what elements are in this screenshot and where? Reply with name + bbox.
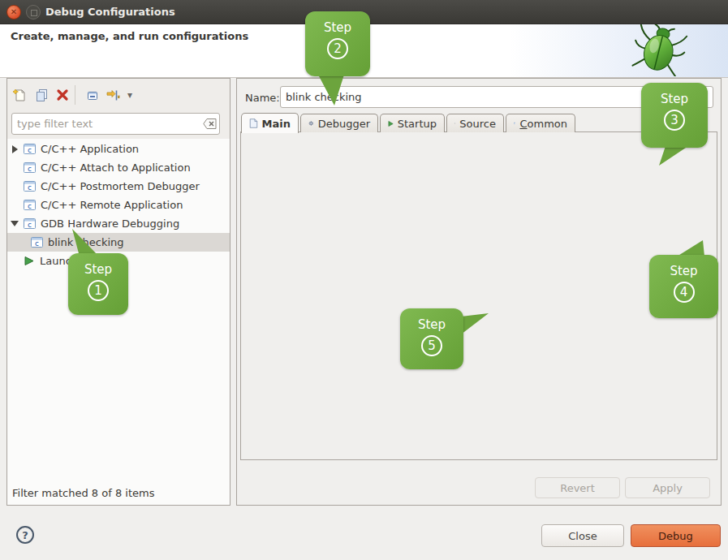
- delete-configuration-button[interactable]: [54, 86, 71, 104]
- tree-item-cpp-postmortem[interactable]: c C/C++ Postmortem Debugger: [7, 177, 230, 196]
- c-app-icon: c: [24, 181, 36, 192]
- svg-text:c: c: [28, 202, 32, 210]
- beetle-icon: [630, 24, 688, 76]
- tree-item-blink-checking[interactable]: c blink checking: [7, 233, 230, 252]
- clear-filter-icon[interactable]: [203, 118, 218, 130]
- debug-button[interactable]: Debug: [631, 524, 721, 547]
- name-label: Name:: [245, 92, 280, 104]
- tree-item-cpp-remote[interactable]: c C/C++ Remote Application: [7, 196, 230, 214]
- collapse-all-button[interactable]: [83, 86, 101, 104]
- window-title: Debug Configurations: [45, 6, 175, 18]
- c-app-icon: c: [24, 218, 36, 229]
- svg-text:c: c: [28, 183, 32, 192]
- toolbar-menu-button[interactable]: ▾: [123, 86, 136, 104]
- window-icon: [514, 118, 515, 128]
- filter-status-text: Filter matched 8 of 8 items: [12, 487, 154, 499]
- dialog-header-title: Create, manage, and run configurations: [11, 30, 248, 42]
- step-1-number: 1: [88, 280, 109, 301]
- step-2-callout-tail: [313, 73, 347, 107]
- expand-arrow-icon[interactable]: [12, 145, 18, 153]
- new-document-icon: [13, 88, 27, 102]
- help-button[interactable]: ?: [16, 526, 34, 544]
- tab-main[interactable]: Main: [241, 113, 299, 133]
- filter-input[interactable]: [11, 113, 220, 135]
- tree-item-gdb-hardware-debugging[interactable]: c GDB Hardware Debugging: [7, 214, 230, 233]
- svg-text:c: c: [28, 146, 32, 154]
- step-3-callout: Step 3: [641, 83, 708, 148]
- svg-text:c: c: [35, 239, 39, 248]
- duplicate-configuration-button[interactable]: [32, 86, 50, 104]
- tree-item-cpp-application[interactable]: c C/C++ Application: [7, 140, 230, 158]
- window-maximize-button[interactable]: [26, 5, 41, 19]
- source-tree-icon: [454, 118, 455, 129]
- debug-configurations-dialog: ✕ Debug Configurations Create, manage, a…: [0, 0, 728, 560]
- step-3-number: 3: [664, 110, 685, 131]
- tab-content-panel: [240, 131, 717, 460]
- new-configuration-button[interactable]: [11, 86, 28, 104]
- step-2-callout: Step 2: [305, 11, 370, 76]
- tree-item-cpp-attach[interactable]: c C/C++ Attach to Application: [7, 158, 230, 177]
- apply-button[interactable]: Apply: [625, 477, 710, 498]
- filter-icon: [106, 88, 120, 102]
- window-close-button[interactable]: ✕: [6, 5, 21, 19]
- chevron-down-icon: ▾: [127, 89, 132, 101]
- play-icon: [388, 118, 394, 129]
- step-2-number: 2: [327, 38, 348, 59]
- c-app-icon: c: [31, 237, 43, 248]
- svg-text:c: c: [28, 221, 32, 229]
- step-4-number: 4: [674, 282, 695, 303]
- c-app-icon: c: [24, 144, 36, 154]
- delete-x-icon: [56, 88, 69, 101]
- close-icon: ✕: [11, 8, 17, 16]
- page-icon: [249, 118, 258, 129]
- collapse-all-icon: [85, 88, 99, 102]
- step-3-callout-tail: [653, 144, 690, 167]
- copy-icon: [35, 88, 49, 102]
- c-app-icon: c: [24, 162, 36, 173]
- step-5-callout: Step 5: [400, 308, 463, 369]
- tab-debugger[interactable]: Debugger: [300, 114, 378, 132]
- c-app-icon: c: [24, 200, 36, 210]
- collapse-arrow-icon[interactable]: [11, 221, 19, 226]
- question-icon: ?: [22, 529, 28, 541]
- svg-text:c: c: [28, 165, 32, 173]
- gear-icon: [308, 118, 314, 129]
- close-button[interactable]: Close: [541, 524, 624, 547]
- step-5-number: 5: [421, 335, 442, 356]
- launch-group-icon: [24, 256, 35, 266]
- step-1-callout: Step 1: [68, 253, 128, 315]
- tab-common[interactable]: Common: [506, 114, 575, 132]
- tab-startup[interactable]: Startup: [380, 114, 445, 132]
- step-4-callout: Step 4: [649, 255, 718, 318]
- revert-button[interactable]: Revert: [535, 477, 620, 498]
- toolbar-separator: [75, 85, 75, 105]
- filter-configurations-button[interactable]: [104, 86, 122, 104]
- tab-source[interactable]: Source: [446, 114, 504, 132]
